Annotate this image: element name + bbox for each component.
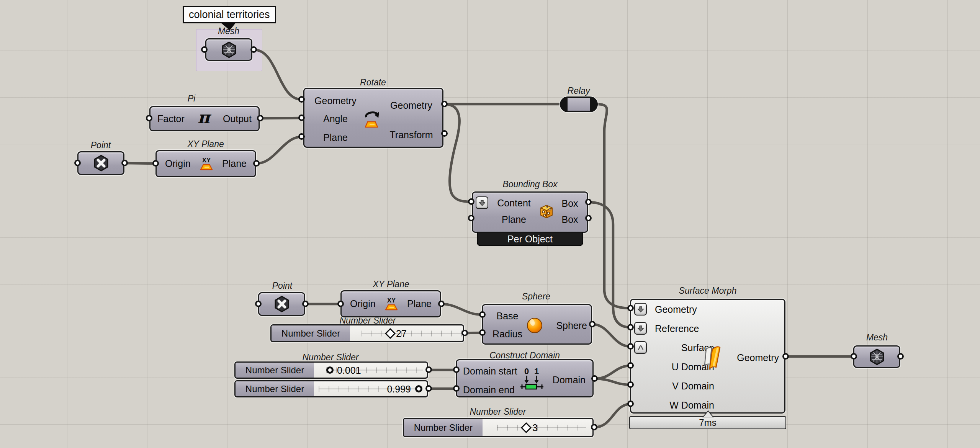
pi-icon: π [198, 109, 210, 126]
node-mesh-out[interactable] [853, 345, 900, 368]
cdomain-input-start-grip[interactable] [453, 366, 460, 373]
rotate-input-geometry-grip[interactable] [298, 96, 305, 103]
wire-mesh-to-rotate[interactable] [254, 50, 302, 100]
xyplane1-output-grip[interactable] [253, 160, 260, 167]
svg-text:XY: XY [387, 297, 396, 304]
node-xyplane2[interactable]: Origin XY Plane [340, 290, 441, 317]
slider-name-label: Number Slider [236, 381, 315, 396]
point2-input-grip[interactable] [255, 301, 262, 307]
bbox-input-content: Content [491, 198, 537, 209]
wire-slider-to-w[interactable] [594, 404, 631, 427]
morph-input-reference: Reference [655, 323, 699, 334]
wire-point1-to-xyplane1[interactable] [125, 163, 156, 164]
flatten-icon[interactable] [476, 196, 488, 209]
slider-track[interactable]: 0.999 [314, 381, 427, 396]
cdomain-input-end: Domain end [463, 384, 515, 396]
rotate-output-transform-grip[interactable] [441, 130, 448, 137]
node-pi[interactable]: Factor π Output [149, 106, 260, 131]
wire-domain-to-u[interactable] [595, 366, 631, 379]
mesh-out-input-grip[interactable] [851, 353, 857, 360]
mesh-in-input-grip[interactable] [201, 46, 208, 53]
svg-text:XY: XY [202, 157, 211, 164]
bbox-input-plane-grip[interactable] [468, 215, 474, 221]
morph-input-surface-grip[interactable] [627, 343, 634, 350]
slider-end-output-grip[interactable] [425, 385, 432, 392]
slider-handle[interactable] [385, 328, 396, 338]
runtime-bar: 7ms [629, 416, 786, 429]
graft-icon[interactable] [634, 341, 647, 354]
slider-w[interactable]: Number Slider 3 [403, 418, 594, 437]
node-xyplane1[interactable]: Origin XY Plane [155, 150, 256, 177]
morph-input-geometry-grip[interactable] [627, 305, 634, 311]
xyplane1-input-grip[interactable] [152, 160, 159, 167]
xyplane2-output-grip[interactable] [438, 301, 445, 307]
tooltip: colonial territories [183, 6, 276, 23]
slider-radius[interactable]: Number Slider 27 [270, 324, 464, 342]
pi-output-grip[interactable] [257, 115, 263, 121]
morph-input-v-grip[interactable] [627, 381, 634, 388]
wire-xyplane2-to-base[interactable] [442, 304, 483, 315]
rotate-output-geometry-grip[interactable] [441, 101, 448, 107]
morph-output-geometry-grip[interactable] [782, 353, 789, 360]
cdomain-output-grip[interactable] [591, 375, 598, 382]
node-sphere[interactable]: Base Radius Sphere [482, 304, 592, 345]
node-construct-domain[interactable]: Domain start Domain end 0 1 Domain [456, 359, 594, 397]
node-title-rotate: Rotate [360, 77, 386, 88]
point1-output-grip[interactable] [121, 160, 128, 166]
rotate-input-angle: Angle [307, 113, 364, 124]
slider-track[interactable]: 3 [483, 419, 592, 436]
rotate-icon [359, 106, 383, 130]
sphere-output-grip[interactable] [589, 321, 596, 327]
node-point2[interactable] [258, 292, 305, 316]
morph-input-u-grip[interactable] [627, 362, 634, 369]
point2-output-grip[interactable] [302, 301, 309, 307]
slider-radius-output-grip[interactable] [461, 330, 468, 336]
rotate-input-angle-grip[interactable] [298, 114, 305, 121]
bbox-output-box1-grip[interactable] [585, 199, 592, 205]
xyplane-output-plane: Plane [407, 298, 432, 309]
sphere-input-base-grip[interactable] [479, 311, 486, 318]
flatten-icon[interactable] [634, 303, 647, 316]
slider-w-output-grip[interactable] [591, 424, 597, 430]
wire-pi-to-angle[interactable] [260, 118, 302, 118]
slider-start-output-grip[interactable] [425, 366, 432, 373]
cdomain-input-end-grip[interactable] [453, 385, 460, 392]
node-relay[interactable] [560, 96, 598, 112]
xyplane2-input-grip[interactable] [337, 301, 344, 307]
node-title-point1: Point [91, 140, 111, 150]
mesh-out-output-grip[interactable] [897, 353, 904, 360]
rotate-output-geometry: Geometry [383, 100, 440, 111]
node-title-slider-start: Number Slider [303, 352, 359, 363]
morph-input-w-grip[interactable] [627, 401, 634, 407]
slider-handle[interactable] [326, 366, 334, 374]
slider-handle[interactable] [415, 385, 422, 392]
pi-input-grip[interactable] [146, 115, 152, 121]
node-point1[interactable] [77, 151, 124, 175]
sphere-input-radius: Radius [487, 329, 528, 340]
slider-domain-end[interactable]: Number Slider 0.999 [234, 380, 428, 397]
slider-track[interactable]: 27 [350, 325, 463, 341]
slider-track[interactable]: 0.001 [314, 363, 427, 378]
node-title-mesh-out: Mesh [866, 332, 888, 343]
slider-value: 27 [396, 328, 407, 339]
point1-input-grip[interactable] [74, 160, 81, 166]
mesh-in-output-grip[interactable] [250, 46, 257, 53]
bbox-input-content-grip[interactable] [468, 198, 474, 205]
sphere-input-radius-grip[interactable] [479, 329, 486, 336]
cdomain-output-domain: Domain [536, 374, 586, 386]
morph-input-v-domain: V Domain [652, 381, 714, 392]
wire-domain-to-v[interactable] [595, 379, 631, 385]
flatten-icon[interactable] [634, 322, 647, 335]
node-rotate[interactable]: Geometry Angle Plane Geometry Transform [303, 88, 443, 148]
bbox-output-box2-grip[interactable] [585, 215, 592, 221]
node-surface-morph[interactable]: Geometry Reference Surface U Domain V Do… [630, 299, 785, 414]
wire-xyplane1-to-plane[interactable] [257, 137, 302, 164]
slider-domain-start[interactable]: Number Slider 0.001 [234, 361, 428, 379]
slider-handle[interactable] [521, 422, 532, 433]
rotate-input-plane-grip[interactable] [298, 133, 305, 140]
morph-input-reference-grip[interactable] [627, 324, 634, 330]
node-bounding-box[interactable]: Content Plane Box Box [472, 191, 588, 233]
node-mesh-in[interactable] [205, 38, 252, 61]
wire-rotate-to-bbox[interactable] [445, 104, 471, 202]
xyplane-output-plane: Plane [222, 158, 247, 169]
